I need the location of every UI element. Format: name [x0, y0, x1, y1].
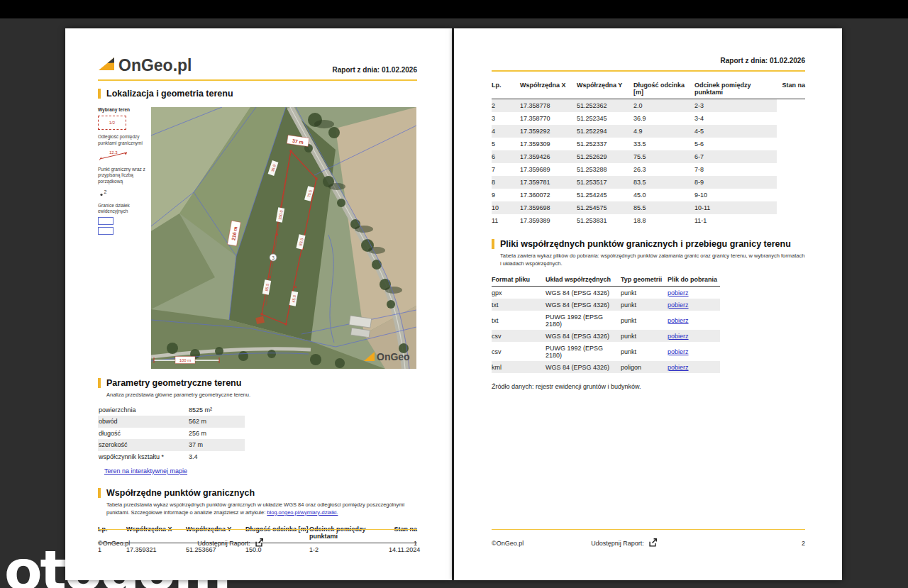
report-date: Raport z dnia: 01.02.2026 [333, 66, 418, 74]
param-row: długość 256 m [98, 428, 245, 440]
files-table-header: Format pliku Układ współrzędnych Typ geo… [492, 273, 720, 287]
svg-text:12.3: 12.3 [109, 150, 118, 155]
footer-copyright: ©OnGeo.pl [492, 540, 524, 547]
parcel-boundary-swatch-2 [98, 227, 114, 235]
legend-title: Wybrany teren [98, 107, 146, 113]
param-value: 37 m [189, 441, 203, 448]
param-label: szerokość [98, 441, 189, 448]
distance-swatch: 12.3 [98, 149, 146, 162]
download-link[interactable]: pobierz [668, 301, 720, 309]
file-format: csv [492, 348, 546, 355]
files-section: Pliki współrzędnych punktów granicznych … [492, 239, 805, 390]
file-geometry: punkt [621, 317, 668, 324]
file-format: gpx [492, 289, 546, 296]
brand-name: OnGeo.pl [118, 57, 192, 74]
file-geometry: punkt [621, 348, 668, 355]
boundary-point-swatch: 2 [98, 187, 146, 199]
page1-footer: ©OnGeo.pl Udostępnij Raport: 1 [98, 529, 417, 549]
file-row: csv PUWG 1992 (EPSG 2180) punkt pobierz [492, 342, 720, 361]
legend-parcels-label: Granice działek ewidencyjnych [98, 203, 146, 215]
coords-row: 3 17.358770 51.252345 36.9 3-4 [492, 112, 805, 125]
file-geometry: punkt [621, 289, 668, 296]
page2-footer: ©OnGeo.pl Udostępnij Raport: 2 [492, 529, 805, 549]
params-section: Parametry geometryczne terenu Analiza pr… [98, 378, 417, 476]
params-subtitle: Analiza przedstawia główne parametry geo… [106, 392, 417, 399]
share-label: Udostępnij Raport: [591, 540, 644, 547]
coords-table-header-p2: Lp. Współrzędna X Współrzędna Y Długość … [492, 78, 805, 99]
page1-header: OnGeo.pl Raport z dnia: 01.02.2026 [98, 57, 417, 74]
coords-row: 10 17.359698 51.254575 85.5 10-11 [492, 201, 805, 214]
file-crs: PUWG 1992 (EPSG 2180) [546, 345, 621, 359]
file-row: csv WGS 84 (EPSG 4326) punkt pobierz [492, 330, 720, 342]
legend-distance-label: Odległość pomiędzy punktami granicznymi [98, 134, 146, 146]
coords-row: 11 17.359389 51.253831 18.8 11-1 [492, 214, 805, 227]
file-geometry: punkt [621, 333, 668, 340]
download-link[interactable]: pobierz [668, 348, 720, 355]
file-row: kml WGS 84 (EPSG 4326) poligon pobierz [492, 361, 720, 373]
blog-article-link[interactable]: blog.ongeo.pl/wymiary-dzialki. [267, 509, 338, 516]
share-icon[interactable] [254, 538, 264, 549]
ongeo-logo: OnGeo.pl [98, 57, 192, 74]
files-table-body: gpx WGS 84 (EPSG 4326) punkt pobierz txt… [492, 287, 720, 373]
viewer-top-bar [0, 0, 908, 18]
page-number: 1 [414, 540, 417, 547]
ongeo-logo-icon [98, 57, 115, 74]
footer-copyright: ©OnGeo.pl [98, 540, 130, 547]
aerial-map: 37 m 216 m 150.0 85.5 [151, 107, 416, 369]
map-legend: Wybrany teren 1/2 Odległość pomiędzy pun… [98, 107, 151, 369]
file-format: csv [492, 333, 546, 340]
files-table: Format pliku Układ współrzędnych Typ geo… [492, 273, 720, 373]
download-link[interactable]: pobierz [668, 364, 720, 371]
point-marker: 3 [270, 254, 277, 261]
share-icon[interactable] [648, 538, 658, 549]
param-label: współczynnik kształtu * [98, 453, 189, 460]
parcel-boundary-swatch-1 [98, 217, 114, 225]
coords-row: 4 17.359292 51.252294 4.9 4-5 [492, 125, 805, 138]
coords-table-body-p2: 2 17.358778 51.252362 2.0 2-3 3 17.35877… [492, 99, 805, 227]
file-crs: WGS 84 (EPSG 4326) [546, 301, 621, 309]
files-subtitle: Tabela zawiera wykaz plików do pobrania:… [500, 253, 805, 267]
file-geometry: poligon [621, 364, 668, 371]
selected-terrain-swatch: 1/2 [98, 116, 126, 130]
file-format: txt [492, 317, 546, 324]
param-row: powierzchnia 8525 m² [98, 404, 245, 416]
file-crs: WGS 84 (EPSG 4326) [546, 364, 621, 371]
page2-header: Raport z dnia: 01.02.2026 [492, 57, 805, 65]
section-title-params: Parametry geometryczne terenu [98, 378, 417, 388]
share-report[interactable]: Udostępnij Raport: [197, 538, 264, 549]
coords-row: 5 17.359309 51.252337 33.5 5-6 [492, 138, 805, 150]
coords-row: 7 17.359689 51.253288 26.3 7-8 [492, 163, 805, 176]
param-label: powierzchnia [98, 406, 189, 414]
coords-row: 2 17.358778 51.252362 2.0 2-3 [492, 99, 805, 112]
coords-subtitle: Tabela przedstawia wykaz współrzędnych p… [106, 501, 417, 516]
param-value: 3.4 [189, 453, 198, 460]
svg-text:3: 3 [272, 255, 275, 260]
file-crs: PUWG 1992 (EPSG 2180) [546, 314, 621, 328]
coords-row: 9 17.360072 51.254245 45.0 9-10 [492, 189, 805, 201]
param-row: współczynnik kształtu * 3.4 [98, 451, 245, 463]
header-divider-p2 [492, 70, 805, 72]
params-table: powierzchnia 8525 m² obwód 562 m długość… [98, 404, 245, 463]
file-row: txt WGS 84 (EPSG 4326) punkt pobierz [492, 299, 720, 311]
svg-text:2: 2 [104, 189, 107, 194]
param-row: obwód 562 m [98, 416, 245, 428]
param-value: 256 m [189, 430, 206, 437]
file-format: txt [492, 301, 546, 309]
param-label: długość [98, 430, 189, 437]
coords-row: 6 17.359426 51.252629 75.5 6-7 [492, 150, 805, 163]
download-link[interactable]: pobierz [668, 333, 720, 340]
param-label: obwód [98, 418, 189, 425]
file-geometry: punkt [621, 301, 668, 309]
section-title-location: Lokalizacja i geometria terenu [98, 89, 417, 99]
download-link[interactable]: pobierz [668, 317, 720, 324]
report-date-p2: Raport z dnia: 01.02.2026 [721, 57, 806, 65]
interactive-map-link[interactable]: Teren na interaktywnej mapie [104, 467, 187, 475]
download-link[interactable]: pobierz [668, 289, 720, 296]
svg-text:100 m: 100 m [179, 358, 192, 362]
share-label: Udostępnij Raport: [197, 540, 250, 547]
header-divider [98, 79, 417, 81]
share-report[interactable]: Udostępnij Raport: [591, 538, 658, 549]
param-value: 8525 m² [189, 406, 212, 414]
legend-point-label: Punkt graniczny wraz z przypisaną liczbą… [98, 167, 146, 184]
coords-row: 8 17.359781 51.253517 83.5 8-9 [492, 176, 805, 189]
